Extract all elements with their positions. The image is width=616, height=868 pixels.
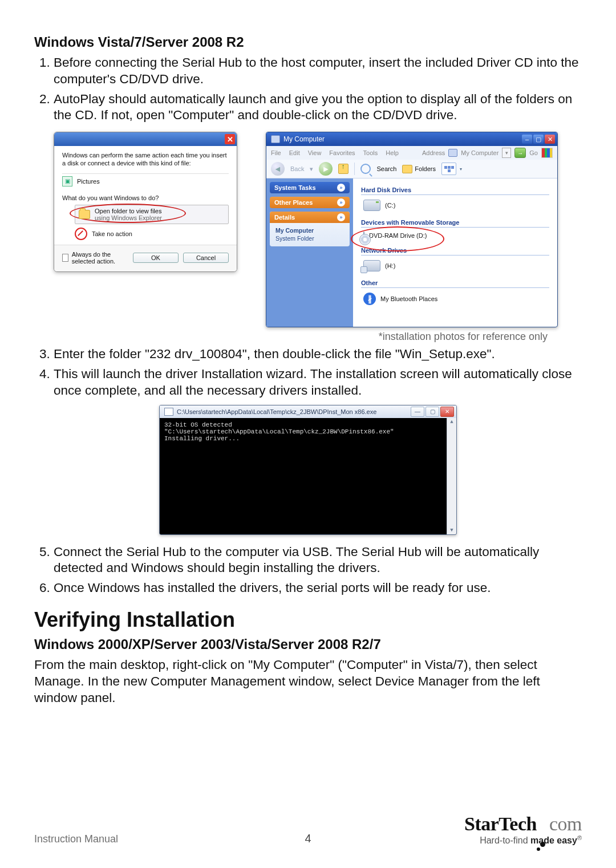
section-other: Other — [361, 279, 549, 288]
steps-list-b: Enter the folder "232 drv_100804", then … — [34, 346, 582, 399]
views-icon[interactable] — [441, 163, 456, 175]
brand-block: StarTechcom Hard-to-find made easy® — [464, 814, 582, 845]
option-open-folder[interactable]: Open folder to view files using Windows … — [75, 205, 229, 224]
network-drive-icon — [363, 260, 380, 271]
search-icon[interactable] — [360, 164, 371, 174]
scroll-down-icon[interactable]: ▼ — [450, 528, 453, 533]
tagline-b: made easy — [530, 835, 577, 845]
maximize-icon[interactable]: ▢ — [425, 407, 439, 417]
section-hard-disk: Hard Disk Drives — [361, 186, 549, 195]
other-places-label: Other Places — [274, 199, 313, 206]
verifying-para: From the main desktop, right-click on "M… — [34, 657, 582, 706]
views-dd-icon[interactable]: ▾ — [460, 167, 462, 172]
address-value: My Computer — [461, 149, 499, 156]
drive-h[interactable]: (H:) — [363, 260, 549, 271]
up-folder-icon[interactable] — [338, 164, 348, 174]
step-2: AutoPlay should automatically launch and… — [54, 91, 582, 124]
sidebar-system-tasks[interactable]: System Tasks» — [270, 182, 350, 193]
folders-label: Folders — [415, 165, 436, 172]
details-label: Details — [274, 214, 295, 221]
bluetooth-places[interactable]: ∦ My Bluetooth Places — [363, 293, 549, 305]
option-line1: Open folder to view files — [95, 208, 161, 214]
logo-dot-icon — [540, 842, 545, 847]
maximize-icon[interactable]: ▢ — [533, 135, 544, 144]
menu-help[interactable]: Help — [386, 149, 399, 156]
installer-console: 32-bit OS detected "C:\Users\startech\Ap… — [160, 418, 456, 534]
details-line2: System Folder — [275, 234, 344, 242]
bluetooth-icon: ∦ — [363, 293, 376, 305]
back-button[interactable]: ◄ — [271, 162, 285, 176]
brand-star: StarTech — [464, 813, 537, 834]
steps-list-a: Before connecting the Serial Hub to the … — [34, 55, 582, 124]
chevron-icon: » — [337, 198, 345, 206]
minimize-icon[interactable]: — — [411, 407, 424, 417]
forward-button[interactable]: ► — [319, 162, 333, 176]
folder-icon — [79, 210, 90, 219]
address-icon — [448, 149, 457, 157]
menu-edit[interactable]: Edit — [289, 149, 300, 156]
autoplay-dialog: ✕ Windows can perform the same action ea… — [54, 132, 237, 272]
computer-icon — [271, 135, 280, 143]
system-tasks-label: System Tasks — [274, 184, 316, 191]
windows-flag-icon — [541, 148, 553, 158]
explorer-window: My Computer – ▢ ✕ File Edit View Favorit… — [266, 132, 558, 327]
drive-c-label: (C:) — [385, 202, 395, 209]
bluetooth-label: My Bluetooth Places — [380, 295, 437, 302]
back-dd-icon[interactable]: ▾ — [310, 165, 313, 173]
menu-file[interactable]: File — [271, 149, 281, 156]
steps-list-c: Connect the Serial Hub to the computer v… — [34, 544, 582, 597]
address-dropdown-icon[interactable]: ▾ — [502, 148, 511, 158]
brand-tagline: Hard-to-find made easy® — [464, 835, 582, 845]
option-no-action-label: Take no action — [92, 230, 132, 237]
installer-title: C:\Users\startech\AppData\Local\Temp\ckz… — [177, 408, 376, 415]
always-checkbox[interactable]: Always do the selected action. — [62, 251, 133, 265]
autoplay-file-type: ▣ Pictures — [62, 173, 229, 189]
close-icon[interactable]: ✕ — [545, 135, 555, 144]
step-6: Once Windows has installed the drivers, … — [54, 580, 582, 597]
brand-logo: StarTechcom — [464, 814, 582, 834]
tagline-a: Hard-to-find — [480, 835, 530, 845]
file-type-label: Pictures — [77, 178, 100, 185]
no-action-icon — [75, 228, 87, 240]
installer-window: C:\Users\startech\AppData\Local\Temp\ckz… — [159, 405, 457, 535]
autoplay-titlebar: ✕ — [54, 132, 237, 146]
go-label: Go — [529, 149, 538, 156]
chevron-icon: » — [337, 184, 345, 192]
checkbox-icon — [62, 254, 68, 262]
scrollbar[interactable]: ▲▼ — [447, 418, 456, 534]
section-removable: Devices with Removable Storage — [361, 219, 549, 228]
step-1: Before connecting the Serial Hub to the … — [54, 55, 582, 88]
ok-button[interactable]: OK — [133, 253, 179, 263]
sidebar-details[interactable]: Details» My Computer System Folder — [270, 212, 350, 246]
window-controls: – ▢ ✕ — [522, 135, 555, 144]
explorer-content: Hard Disk Drives (C:) Devices with Remov… — [353, 179, 557, 327]
minimize-icon[interactable]: – — [522, 135, 532, 144]
go-button[interactable]: → — [514, 148, 526, 158]
sidebar-other-places[interactable]: Other Places» — [270, 197, 350, 208]
hdd-icon — [363, 200, 380, 211]
folders-button[interactable]: Folders — [402, 165, 436, 173]
logo-dot-icon — [537, 847, 540, 851]
scroll-up-icon[interactable]: ▲ — [450, 419, 453, 425]
close-icon[interactable]: ✕ — [440, 407, 454, 417]
menu-tools[interactable]: Tools — [363, 149, 378, 156]
address-label: Address — [422, 149, 445, 156]
option-no-action[interactable]: Take no action — [62, 224, 229, 241]
figures-row: ✕ Windows can perform the same action ea… — [54, 132, 582, 327]
heading-verifying: Verifying Installation — [34, 608, 582, 632]
details-line1: My Computer — [275, 226, 344, 234]
drive-d[interactable]: DVD-RAM Drive (D:) — [363, 232, 549, 239]
back-label: Back — [290, 165, 304, 172]
explorer-sidebar: System Tasks» Other Places» Details» My … — [266, 179, 353, 327]
registered-icon: ® — [577, 834, 582, 841]
explorer-titlebar: My Computer – ▢ ✕ — [266, 132, 557, 146]
close-icon[interactable]: ✕ — [225, 134, 235, 144]
menu-view[interactable]: View — [308, 149, 322, 156]
folders-icon — [402, 165, 412, 173]
step-5: Connect the Serial Hub to the computer v… — [54, 544, 582, 577]
drive-c[interactable]: (C:) — [363, 200, 549, 211]
search-label: Search — [376, 165, 396, 172]
step-3: Enter the folder "232 drv_100804", then … — [54, 346, 582, 363]
menu-favorites[interactable]: Favorites — [329, 149, 355, 156]
cancel-button[interactable]: Cancel — [183, 253, 229, 263]
